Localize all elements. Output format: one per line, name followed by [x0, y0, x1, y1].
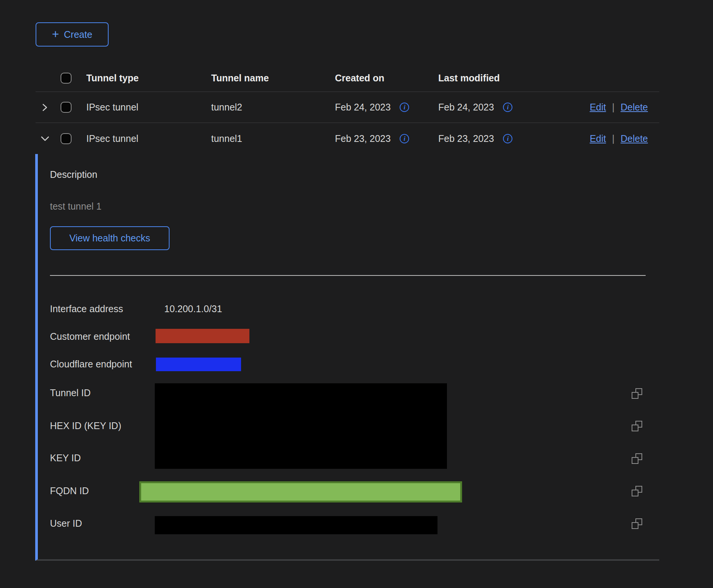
user-id-redacted-value: [155, 516, 437, 534]
copy-icon-user-id[interactable]: [631, 518, 643, 529]
hex-id-label: HEX ID (KEY ID): [50, 421, 121, 431]
row-checkbox-tunnel1[interactable]: [61, 133, 72, 144]
last-modified-cell: Feb 24, 2023: [438, 102, 494, 113]
create-button-label: Create: [64, 29, 92, 40]
info-icon[interactable]: i: [503, 134, 512, 143]
created-on-cell: Feb 24, 2023: [335, 102, 391, 113]
create-button[interactable]: + Create: [36, 22, 109, 47]
info-icon[interactable]: i: [400, 103, 409, 112]
plus-icon: +: [52, 28, 59, 40]
column-header-tunnel-name: Tunnel name: [211, 73, 335, 84]
copy-icon-hex-id[interactable]: [631, 420, 643, 432]
section-divider: [50, 275, 646, 276]
column-header-created-on: Created on: [335, 73, 438, 84]
tunnels-table: Tunnel type Tunnel name Created on Last …: [36, 64, 659, 154]
actions-separator: |: [612, 102, 615, 113]
fqdn-id-redacted-value: [139, 481, 462, 502]
key-id-label: KEY ID: [50, 453, 81, 463]
copy-icon-tunnel-id[interactable]: [631, 388, 643, 399]
tunnel-name-cell: tunnel1: [211, 133, 335, 144]
delete-link-tunnel1[interactable]: Delete: [621, 133, 648, 144]
row-checkbox-tunnel2[interactable]: [61, 102, 72, 113]
interface-address-value: 10.200.1.0/31: [164, 304, 222, 314]
table-row-tunnel2: IPsec tunnel tunnel2 Feb 24, 2023 i Feb …: [36, 92, 659, 123]
expanded-tunnel-details: Description test tunnel 1 View health ch…: [35, 154, 659, 561]
column-header-tunnel-type: Tunnel type: [86, 73, 211, 84]
copy-icon-key-id[interactable]: [631, 453, 643, 464]
table-row-tunnel1: IPsec tunnel tunnel1 Feb 23, 2023 i Feb …: [36, 123, 659, 154]
customer-endpoint-redacted-value: [156, 329, 249, 343]
ids-redacted-values: [155, 383, 447, 469]
cloudflare-endpoint-label: Cloudflare endpoint: [50, 359, 132, 369]
created-on-cell: Feb 23, 2023: [335, 133, 391, 144]
description-label: Description: [50, 169, 97, 180]
fqdn-id-label: FQDN ID: [50, 486, 89, 496]
table-header-row: Tunnel type Tunnel name Created on Last …: [36, 64, 659, 92]
tunnel-type-cell: IPsec tunnel: [86, 102, 211, 113]
column-header-last-modified: Last modified: [438, 73, 545, 84]
copy-icon-fqdn-id[interactable]: [631, 485, 643, 497]
tunnel-name-cell: tunnel2: [211, 102, 335, 113]
cloudflare-endpoint-redacted-value: [156, 358, 241, 371]
chevron-down-icon[interactable]: [40, 134, 50, 143]
tunnel-type-cell: IPsec tunnel: [86, 133, 211, 144]
actions-separator: |: [612, 133, 615, 144]
edit-link-tunnel1[interactable]: Edit: [590, 133, 606, 144]
customer-endpoint-label: Customer endpoint: [50, 331, 130, 341]
view-health-checks-button[interactable]: View health checks: [50, 226, 170, 250]
select-all-checkbox[interactable]: [61, 73, 72, 84]
tunnels-page: + Create Tunnel type Tunnel name Created…: [0, 0, 713, 588]
info-icon[interactable]: i: [503, 103, 512, 112]
delete-link-tunnel2[interactable]: Delete: [621, 102, 648, 113]
edit-link-tunnel2[interactable]: Edit: [590, 102, 606, 113]
chevron-right-icon[interactable]: [40, 103, 49, 112]
description-value: test tunnel 1: [50, 201, 101, 212]
interface-address-label: Interface address: [50, 304, 123, 314]
user-id-label: User ID: [50, 518, 82, 528]
tunnel-id-label: Tunnel ID: [50, 388, 90, 398]
last-modified-cell: Feb 23, 2023: [438, 133, 494, 144]
info-icon[interactable]: i: [400, 134, 409, 143]
